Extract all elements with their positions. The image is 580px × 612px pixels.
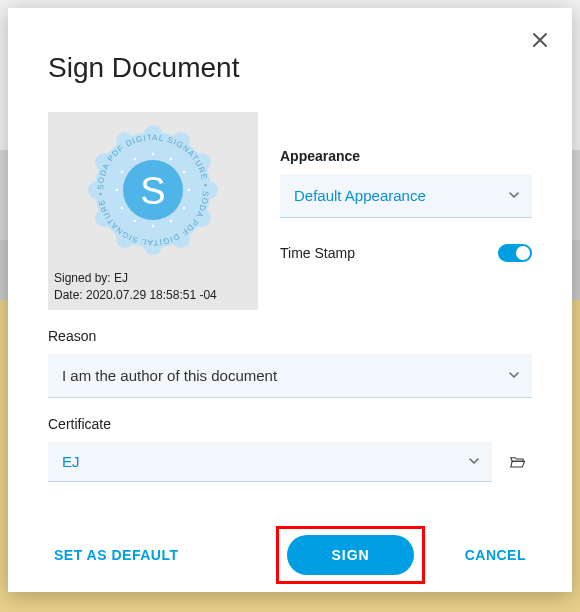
appearance-value: Default Appearance — [294, 187, 426, 204]
svg-point-16 — [170, 158, 173, 161]
svg-point-20 — [170, 220, 173, 223]
seal-initial: S — [140, 170, 165, 212]
svg-point-15 — [152, 153, 155, 156]
reason-select[interactable]: I am the author of this document — [48, 354, 532, 398]
dialog-title: Sign Document — [48, 52, 532, 84]
chevron-down-icon — [508, 367, 520, 385]
svg-point-19 — [183, 207, 186, 210]
folder-open-icon — [510, 453, 526, 471]
svg-point-26 — [134, 158, 137, 161]
close-icon — [532, 32, 548, 48]
chevron-down-icon — [508, 187, 520, 205]
certificate-select[interactable]: EJ — [48, 442, 492, 482]
timestamp-label: Time Stamp — [280, 245, 355, 261]
svg-point-25 — [121, 171, 124, 174]
signature-preview: S SODA PDF DIGITAL SIGNATURE • SODA PDF … — [48, 112, 258, 310]
svg-point-21 — [152, 225, 155, 228]
signature-seal: S SODA PDF DIGITAL SIGNATURE • SODA PDF … — [87, 124, 219, 256]
reason-label: Reason — [48, 328, 532, 344]
signed-by-line: Signed by: EJ — [54, 270, 217, 287]
svg-point-24 — [116, 189, 119, 192]
svg-point-18 — [188, 189, 191, 192]
certificate-label: Certificate — [48, 416, 532, 432]
timestamp-toggle[interactable] — [498, 244, 532, 262]
svg-point-22 — [134, 220, 137, 223]
svg-point-23 — [121, 207, 124, 210]
reason-value: I am the author of this document — [62, 367, 277, 384]
svg-point-17 — [183, 171, 186, 174]
appearance-label: Appearance — [280, 148, 532, 164]
certificate-value: EJ — [62, 453, 80, 470]
appearance-select[interactable]: Default Appearance — [280, 174, 532, 218]
cancel-button[interactable]: CANCEL — [459, 539, 532, 571]
close-button[interactable] — [526, 26, 554, 54]
date-line: Date: 2020.07.29 18:58:51 -04 — [54, 287, 217, 304]
browse-certificate-button[interactable] — [504, 448, 532, 476]
chevron-down-icon — [468, 453, 480, 471]
sign-button[interactable]: SIGN — [287, 535, 413, 575]
set-as-default-button[interactable]: SET AS DEFAULT — [48, 539, 184, 571]
toggle-knob — [516, 246, 530, 260]
sign-document-dialog: Sign Document — [8, 8, 572, 592]
sign-button-highlight: SIGN — [276, 526, 424, 584]
